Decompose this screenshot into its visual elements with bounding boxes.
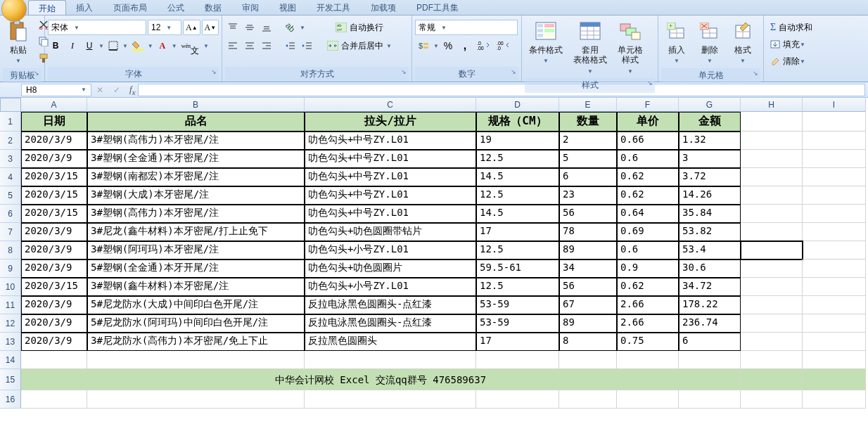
worksheet[interactable]: 12345678910111213141516 ABCDEFGHI 日期品名拉头… bbox=[0, 98, 868, 436]
cell-B14[interactable] bbox=[87, 351, 305, 369]
cell-C14[interactable] bbox=[305, 351, 476, 369]
shrink-font-button[interactable]: A▼ bbox=[202, 20, 219, 35]
cell-D6[interactable]: 14.5 bbox=[476, 205, 559, 223]
fill-color-button[interactable] bbox=[129, 38, 146, 53]
name-box[interactable]: H8▼ bbox=[21, 84, 91, 96]
cell-E16[interactable] bbox=[559, 390, 617, 409]
cell-E5[interactable]: 23 bbox=[559, 186, 617, 205]
cell-A2[interactable]: 2020/3/9 bbox=[21, 132, 87, 150]
cell-F3[interactable]: 0.6 bbox=[617, 150, 679, 168]
percent-button[interactable]: % bbox=[440, 38, 456, 53]
cell-I4[interactable] bbox=[803, 168, 866, 186]
cell-H6[interactable] bbox=[741, 205, 803, 223]
cell-I15[interactable] bbox=[803, 369, 866, 390]
cell-I2[interactable] bbox=[803, 132, 866, 150]
row-header-1[interactable]: 1 bbox=[0, 112, 21, 132]
cell-D1[interactable]: 规格（CM） bbox=[476, 112, 559, 132]
cell-B10[interactable]: 3#塑钢(鑫牛材料)本牙密尾/注 bbox=[87, 278, 305, 296]
cell-F14[interactable] bbox=[617, 351, 679, 369]
paste-button[interactable]: 粘贴▼ bbox=[3, 17, 34, 68]
cell-D13[interactable]: 17 bbox=[476, 333, 559, 351]
select-all-corner[interactable] bbox=[0, 98, 21, 112]
row-header-6[interactable]: 6 bbox=[0, 205, 21, 223]
tab-1[interactable]: 插入 bbox=[66, 0, 103, 15]
cell-B2[interactable]: 3#塑钢(高伟力)本牙密尾/注 bbox=[87, 132, 305, 150]
cell-G11[interactable]: 178.22 bbox=[679, 296, 741, 314]
cell-B12[interactable]: 5#尼龙防水(阿珂玛)中间印白色开尾/注 bbox=[87, 314, 305, 333]
cell-E6[interactable]: 56 bbox=[559, 205, 617, 223]
col-header-F[interactable]: F bbox=[617, 98, 679, 112]
cell-I10[interactable] bbox=[803, 278, 866, 296]
row-header-3[interactable]: 3 bbox=[0, 150, 21, 168]
cell-C1[interactable]: 拉头/拉片 bbox=[305, 112, 476, 132]
decrease-decimal-button[interactable]: .00.0 bbox=[494, 38, 512, 53]
cell-F13[interactable]: 0.75 bbox=[617, 333, 679, 351]
tab-3[interactable]: 公式 bbox=[158, 0, 195, 15]
autosum-button[interactable]: Σ 自动求和 bbox=[767, 20, 816, 35]
cell-G10[interactable]: 34.72 bbox=[679, 278, 741, 296]
cell-A8[interactable]: 2020/3/9 bbox=[21, 241, 87, 259]
cell-F9[interactable]: 0.9 bbox=[617, 259, 679, 278]
cell-F12[interactable]: 2.66 bbox=[617, 314, 679, 333]
insert-cells-button[interactable]: + 插入▼ bbox=[661, 17, 692, 68]
cell-I12[interactable] bbox=[803, 314, 866, 333]
cell-D2[interactable]: 19 bbox=[476, 132, 559, 150]
cell-F4[interactable]: 0.62 bbox=[617, 168, 679, 186]
tab-2[interactable]: 页面布局 bbox=[103, 0, 158, 15]
tab-4[interactable]: 数据 bbox=[195, 0, 232, 15]
cell-G9[interactable]: 30.6 bbox=[679, 259, 741, 278]
formula-input[interactable] bbox=[138, 84, 865, 96]
cell-C9[interactable]: 叻色勾头+叻色圆圈片 bbox=[305, 259, 476, 278]
increase-decimal-button[interactable]: .0.00 bbox=[474, 38, 492, 53]
cell-B5[interactable]: 3#塑钢(大成)本牙密尾/注 bbox=[87, 186, 305, 205]
cell-I6[interactable] bbox=[803, 205, 866, 223]
cell-F16[interactable] bbox=[617, 390, 679, 409]
cell-I3[interactable] bbox=[803, 150, 866, 168]
align-middle-button[interactable] bbox=[242, 20, 257, 35]
col-header-D[interactable]: D bbox=[476, 98, 559, 112]
tab-8[interactable]: 加载项 bbox=[361, 0, 407, 15]
cell-B3[interactable]: 3#塑钢(全金通)本牙密尾/注 bbox=[87, 150, 305, 168]
cell-B1[interactable]: 品名 bbox=[87, 112, 305, 132]
col-header-I[interactable]: I bbox=[803, 98, 866, 112]
fill-button[interactable]: 填充 ▼ bbox=[767, 37, 809, 52]
grow-font-button[interactable]: A▲ bbox=[183, 20, 200, 35]
cell-G7[interactable]: 53.82 bbox=[679, 223, 741, 241]
cell-F11[interactable]: 2.66 bbox=[617, 296, 679, 314]
col-header-H[interactable]: H bbox=[741, 98, 803, 112]
cell-C6[interactable]: 叻色勾头+中号ZY.L01 bbox=[305, 205, 476, 223]
cell-G2[interactable]: 1.32 bbox=[679, 132, 741, 150]
cell-H10[interactable] bbox=[741, 278, 803, 296]
cell-F5[interactable]: 0.62 bbox=[617, 186, 679, 205]
cell-E11[interactable]: 67 bbox=[559, 296, 617, 314]
row-header-13[interactable]: 13 bbox=[0, 333, 21, 351]
cell-A1[interactable]: 日期 bbox=[21, 112, 87, 132]
cell-A3[interactable]: 2020/3/9 bbox=[21, 150, 87, 168]
cell-F1[interactable]: 单价 bbox=[617, 112, 679, 132]
cell-A16[interactable] bbox=[21, 390, 87, 409]
cell-C5[interactable]: 叻色勾头+中号ZY.L01 bbox=[305, 186, 476, 205]
cell-E1[interactable]: 数量 bbox=[559, 112, 617, 132]
col-header-B[interactable]: B bbox=[87, 98, 305, 112]
cell-A5[interactable]: 2020/3/15 bbox=[21, 186, 87, 205]
cell-G16[interactable] bbox=[679, 390, 741, 409]
tab-0[interactable]: 开始 bbox=[28, 0, 66, 15]
row-header-14[interactable]: 14 bbox=[0, 351, 21, 369]
cancel-formula-button[interactable]: ✕ bbox=[91, 85, 108, 95]
wrap-text-button[interactable]: abc↵ 自动换行 bbox=[322, 20, 397, 35]
tab-7[interactable]: 开发工具 bbox=[307, 0, 361, 15]
col-header-E[interactable]: E bbox=[559, 98, 617, 112]
cell-H13[interactable] bbox=[741, 333, 803, 351]
cell-B8[interactable]: 3#塑钢(阿珂玛)本牙密尾/注 bbox=[87, 241, 305, 259]
cell-C13[interactable]: 反拉黑色圆圈头 bbox=[305, 333, 476, 351]
align-center-button[interactable] bbox=[242, 38, 257, 53]
cell-G13[interactable]: 6 bbox=[679, 333, 741, 351]
cell-H1[interactable] bbox=[741, 112, 803, 132]
cell-E8[interactable]: 89 bbox=[559, 241, 617, 259]
cell-C10[interactable]: 叻色勾头+小号ZY.L01 bbox=[305, 278, 476, 296]
cell-C2[interactable]: 叻色勾头+中号ZY.L01 bbox=[305, 132, 476, 150]
cell-D12[interactable]: 53-59 bbox=[476, 314, 559, 333]
cell-A7[interactable]: 2020/3/9 bbox=[21, 223, 87, 241]
cell-H15[interactable] bbox=[741, 369, 803, 390]
underline-button[interactable]: U bbox=[82, 38, 97, 53]
